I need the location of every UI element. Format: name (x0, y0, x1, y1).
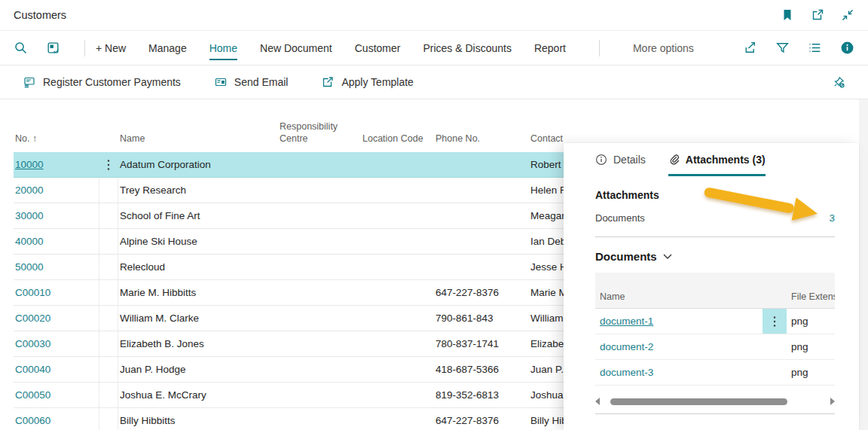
document-row[interactable]: document-2 png (595, 334, 835, 360)
apply-template-button[interactable]: Apply Template (321, 75, 413, 89)
scrollbar-track[interactable] (604, 398, 826, 405)
filter-button[interactable] (775, 41, 790, 55)
column-header-name[interactable]: Name (118, 133, 278, 152)
customer-phone: 418-687-5366 (434, 364, 529, 375)
right-gutter (859, 99, 868, 430)
documents-group-header[interactable]: Documents (595, 250, 835, 263)
customer-no-link[interactable]: 20000 (15, 185, 44, 196)
menu-item-report[interactable]: Report (534, 31, 566, 65)
send-email-button[interactable]: Send Email (214, 75, 289, 89)
action-bar: + New Manage Home New Document Customer … (0, 30, 868, 66)
customer-name: William M. Clarke (118, 313, 278, 324)
menu-item-new[interactable]: + New (96, 31, 126, 65)
page-content: No. ↑ Name Responsibility Centre Locatio… (0, 99, 868, 430)
documents-group-title: Documents (595, 250, 657, 263)
factbox-tabs: Details Attachments (3) (595, 143, 835, 176)
toolbar-button-label: Send Email (234, 76, 289, 88)
menu-item-manage[interactable]: Manage (148, 31, 187, 65)
page-title: Customers (14, 9, 66, 21)
search-button[interactable] (14, 41, 28, 55)
customer-no-link[interactable]: C00010 (15, 287, 50, 298)
customer-no-link[interactable]: 40000 (15, 236, 44, 247)
info-button[interactable] (840, 41, 854, 55)
documents-label: Documents (595, 212, 645, 224)
customer-no-link[interactable]: 50000 (15, 261, 44, 273)
customer-no-link[interactable]: C00050 (15, 389, 50, 401)
divider (595, 413, 835, 414)
promoted-actions-toolbar: Register Customer Payments Send Email Ap… (0, 66, 868, 99)
tab-attachments[interactable]: Attachments (3) (668, 143, 766, 176)
share-icon (743, 41, 757, 55)
app-header: Customers (0, 0, 868, 30)
customer-phone: 647-227-8376 (434, 415, 529, 426)
doc-column-header-name[interactable]: Name (595, 291, 763, 308)
document-row[interactable]: document-3 png (595, 360, 835, 386)
menu-item-more-options[interactable]: More options (633, 31, 694, 65)
doc-column-header-file-extension[interactable]: File Extension (787, 291, 835, 308)
column-header-no[interactable]: No. ↑ (14, 133, 99, 152)
document-row[interactable]: document-1 png (595, 309, 835, 334)
customer-name: Alpine Ski House (118, 236, 278, 247)
tab-details[interactable]: Details (595, 143, 646, 176)
attachments-heading: Attachments (595, 189, 835, 201)
menu-item-new-document[interactable]: New Document (260, 31, 332, 65)
menu-item-customer[interactable]: Customer (355, 31, 401, 65)
list-icon (808, 41, 822, 55)
customer-phone: 647-227-8376 (434, 287, 529, 298)
switch-view-button[interactable] (46, 41, 60, 55)
scroll-left-arrow[interactable] (595, 398, 600, 405)
customer-name: Billy Hibbitts (118, 415, 278, 426)
menu-item-home[interactable]: Home (209, 31, 237, 65)
search-icon (14, 41, 28, 55)
customer-phone: 819-352-6813 (434, 389, 529, 401)
customer-no-link[interactable]: C00060 (15, 415, 50, 426)
toolbar-button-label: Register Customer Payments (43, 76, 181, 88)
grid-icon (46, 41, 60, 55)
toolbar-button-label: Apply Template (341, 76, 413, 88)
documents-table: Name File Extension document-1 png docum… (595, 273, 835, 386)
documents-table-header: Name File Extension (595, 273, 835, 309)
column-header-phone-no[interactable]: Phone No. (434, 133, 529, 152)
tab-label: Attachments (3) (686, 154, 766, 166)
doc-row-menu-button[interactable] (763, 309, 787, 334)
documents-count-row: Documents 3 (595, 212, 835, 224)
document-name-link[interactable]: document-2 (600, 341, 653, 352)
factbox-panel: Details Attachments (3) Attachments Docu… (564, 143, 859, 430)
customer-no-link[interactable]: 30000 (15, 210, 44, 221)
customer-name: Marie M. Hibbitts (118, 287, 278, 298)
chevron-down-icon (663, 254, 672, 260)
documents-count-link[interactable]: 3 (829, 212, 835, 224)
column-header-responsibility-centre[interactable]: Responsibility Centre (278, 120, 361, 153)
collapse-icon (841, 8, 854, 22)
scrollbar-thumb[interactable] (610, 398, 787, 405)
document-extension: png (787, 367, 835, 378)
customer-name: Joshua E. McCrary (118, 389, 278, 401)
separator (84, 40, 85, 56)
customer-no-link[interactable]: 10000 (15, 159, 44, 170)
register-customer-payments-button[interactable]: Register Customer Payments (23, 75, 181, 89)
document-extension: png (787, 316, 835, 327)
bookmark-button[interactable] (781, 8, 794, 22)
document-name-link[interactable]: document-3 (600, 367, 653, 378)
scroll-right-arrow[interactable] (830, 398, 835, 405)
collapse-pane-button[interactable] (841, 8, 854, 22)
customer-name: Adatum Corporation (118, 159, 278, 170)
action-menu: + New Manage Home New Document Customer … (96, 31, 694, 65)
show-list-button[interactable] (808, 41, 822, 55)
row-menu-button[interactable] (99, 152, 118, 177)
customer-no-link[interactable]: C00020 (15, 313, 50, 324)
payment-registration-icon (23, 75, 36, 89)
customer-name: Juan P. Hodge (118, 364, 278, 375)
divider (595, 236, 835, 237)
customer-no-link[interactable]: C00040 (15, 364, 50, 375)
horizontal-scrollbar[interactable] (595, 396, 835, 407)
column-header-location-code[interactable]: Location Code (361, 133, 434, 152)
menu-item-prices-discounts[interactable]: Prices & Discounts (423, 31, 511, 65)
document-name-link[interactable]: document-1 (600, 316, 653, 327)
open-in-new-window-button[interactable] (811, 8, 824, 22)
share-button[interactable] (743, 41, 757, 55)
document-extension: png (787, 341, 835, 352)
unpin-toolbar-button[interactable] (832, 75, 845, 89)
customer-no-link[interactable]: C00030 (15, 338, 50, 349)
email-icon (214, 75, 228, 89)
